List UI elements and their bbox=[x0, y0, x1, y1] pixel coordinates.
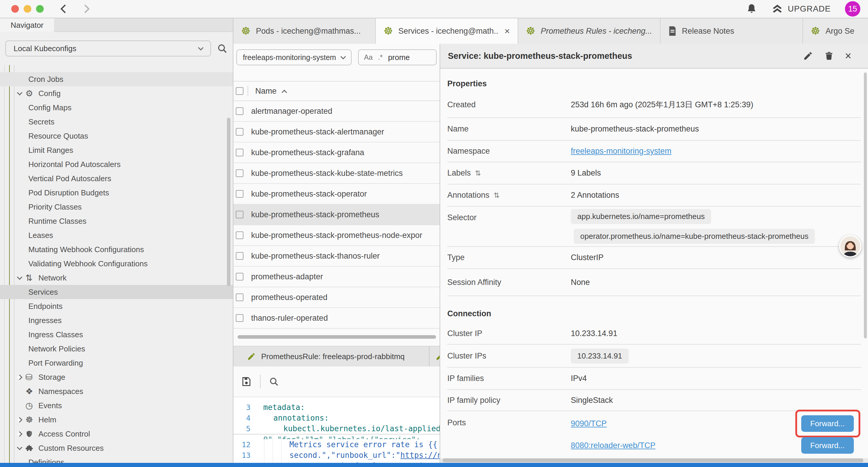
port-link[interactable]: 9090/TCP bbox=[571, 419, 607, 428]
sidebar-item-namespaces[interactable]: ❖Namespaces bbox=[0, 384, 233, 399]
avatar[interactable] bbox=[839, 235, 862, 258]
sidebar-item-resource-quotas[interactable]: Resource Quotas bbox=[0, 129, 233, 143]
chevron-down-icon[interactable] bbox=[13, 276, 25, 280]
delete-trash-icon[interactable] bbox=[824, 51, 834, 61]
tab-pods-icecheng-mathmas[interactable]: ☸Pods - icecheng@mathmas... bbox=[234, 18, 376, 44]
notifications-bell-icon[interactable] bbox=[746, 3, 757, 14]
notification-count-badge[interactable]: 15 bbox=[845, 1, 860, 17]
list-hscrollbar-thumb[interactable] bbox=[238, 335, 436, 339]
sidebar-item-ingresses[interactable]: Ingresses bbox=[0, 313, 233, 327]
sidebar-item-network[interactable]: ⇅Network bbox=[0, 271, 233, 285]
edit-pencil-icon[interactable] bbox=[803, 51, 813, 61]
close-icon[interactable]: × bbox=[845, 50, 851, 61]
sidebar-item-limit-ranges[interactable]: Limit Ranges bbox=[0, 143, 233, 157]
table-row[interactable]: kube-prometheus-stack-operator bbox=[234, 184, 440, 205]
forward-arrow-icon[interactable] bbox=[80, 3, 92, 15]
sidebar-item-storage[interactable]: ⛁Storage bbox=[0, 370, 233, 384]
table-row[interactable]: kube-prometheus-stack-alertmanager bbox=[234, 122, 440, 143]
regex-icon[interactable]: .* bbox=[378, 53, 382, 61]
row-checkbox[interactable] bbox=[236, 273, 243, 281]
sidebar-item-custom-resources[interactable]: Custom Resources bbox=[0, 441, 233, 455]
row-checkbox[interactable] bbox=[236, 107, 243, 115]
sidebar-item-config[interactable]: ⚙Config bbox=[0, 86, 233, 100]
close-window-button[interactable] bbox=[11, 5, 19, 13]
list-search-input[interactable]: Aa .* prome bbox=[358, 49, 437, 65]
sidebar-item-ingress-classes[interactable]: Ingress Classes bbox=[0, 327, 233, 342]
port-link[interactable]: 8080:reloader-web/TCP bbox=[571, 441, 656, 450]
sidebar-scrollbar-thumb[interactable] bbox=[227, 118, 230, 286]
detail-vscrollbar-thumb[interactable] bbox=[864, 72, 867, 339]
sidebar-item-services[interactable]: Services bbox=[0, 285, 233, 299]
sidebar-item-runtime-classes[interactable]: Runtime Classes bbox=[0, 214, 233, 228]
namespace-filter-select[interactable]: freeleaps-monitoring-system bbox=[236, 49, 351, 65]
column-header-name[interactable]: Name bbox=[255, 87, 277, 96]
table-row[interactable]: kube-prometheus-stack-prometheus-node-ex… bbox=[234, 225, 440, 246]
row-checkbox[interactable] bbox=[236, 128, 243, 136]
sidebar-item-config-maps[interactable]: Config Maps bbox=[0, 100, 233, 115]
sidebar-item-validating-webhook-configurations[interactable]: Validating Webhook Configurations bbox=[0, 257, 233, 271]
search-icon[interactable] bbox=[217, 43, 227, 54]
maximize-window-button[interactable] bbox=[36, 5, 44, 13]
tab-navigator[interactable]: Navigator bbox=[0, 18, 54, 32]
sidebar-item-leases[interactable]: Leases bbox=[0, 228, 233, 242]
table-row[interactable]: kube-prometheus-stack-prometheus bbox=[234, 205, 440, 225]
sidebar-item-priority-classes[interactable]: Priority Classes bbox=[0, 200, 233, 214]
yaml-editor[interactable]: 3metadata:4annotations:5kubectl.kubernet… bbox=[234, 397, 440, 463]
row-checkbox[interactable] bbox=[236, 252, 243, 260]
minimize-window-button[interactable] bbox=[24, 5, 31, 13]
table-row[interactable]: prometheus-operated bbox=[234, 287, 440, 308]
kubeconfig-select[interactable]: Local Kubeconfigs bbox=[5, 40, 211, 56]
chevron-right-icon[interactable] bbox=[13, 375, 25, 379]
chevron-down-icon[interactable] bbox=[13, 92, 25, 95]
forward-button[interactable]: Forward... bbox=[801, 437, 854, 454]
sidebar-item-helm[interactable]: ☸Helm bbox=[0, 413, 233, 427]
sort-ascending-icon[interactable] bbox=[282, 90, 287, 95]
sidebar-item-vertical-pod-autoscalers[interactable]: Vertical Pod Autoscalers bbox=[0, 171, 233, 185]
code-link[interactable]: https://net bbox=[400, 451, 440, 460]
sidebar-item-mutating-webhook-configurations[interactable]: Mutating Webhook Configurations bbox=[0, 242, 233, 257]
row-checkbox[interactable] bbox=[236, 293, 243, 301]
sidebar-item-endpoints[interactable]: Endpoints bbox=[0, 299, 233, 313]
sidebar-item-definitions[interactable]: Definitions bbox=[0, 455, 233, 463]
select-all-checkbox[interactable] bbox=[236, 87, 243, 95]
chevron-right-icon[interactable] bbox=[13, 418, 25, 422]
row-checkbox[interactable] bbox=[236, 314, 243, 322]
row-checkbox[interactable] bbox=[236, 169, 243, 177]
close-icon[interactable]: × bbox=[504, 26, 510, 37]
chevron-right-icon[interactable] bbox=[13, 432, 25, 436]
sort-updown-icon[interactable]: ⇅ bbox=[475, 169, 481, 177]
sidebar-item-cron-jobs[interactable]: Cron Jobs bbox=[0, 72, 233, 86]
sidebar-item-access-control[interactable]: Access Control bbox=[0, 427, 233, 441]
table-row[interactable]: kube-prometheus-stack-grafana bbox=[234, 143, 440, 163]
table-row[interactable]: alertmanager-operated bbox=[234, 101, 440, 122]
tab-release-notes[interactable]: Release Notes bbox=[660, 18, 803, 44]
tab-argo-se[interactable]: ☸Argo Se bbox=[803, 18, 868, 44]
row-checkbox[interactable] bbox=[236, 231, 243, 239]
editor-search-icon[interactable] bbox=[269, 377, 279, 387]
editor-tab-partial[interactable] bbox=[430, 346, 440, 367]
table-row[interactable]: kube-prometheus-stack-thanos-ruler bbox=[234, 246, 440, 267]
row-checkbox[interactable] bbox=[236, 190, 243, 198]
save-icon[interactable] bbox=[241, 376, 252, 387]
back-arrow-icon[interactable] bbox=[58, 3, 70, 15]
table-row[interactable]: thanos-ruler-operated bbox=[234, 308, 440, 329]
editor-tab-prometheusrule[interactable]: PrometheusRule: freeleaps-prod-rabbitmq bbox=[234, 346, 430, 367]
sidebar-item-port-forwarding[interactable]: Port Forwarding bbox=[0, 356, 233, 370]
sidebar-item-network-policies[interactable]: Network Policies bbox=[0, 342, 233, 356]
sidebar-item-events[interactable]: ◷Events bbox=[0, 399, 233, 413]
namespace-link[interactable]: freeleaps-monitoring-system bbox=[571, 147, 672, 155]
row-checkbox[interactable] bbox=[236, 149, 243, 156]
detail-hscrollbar-thumb[interactable] bbox=[442, 459, 863, 462]
match-case-icon[interactable]: Aa bbox=[364, 53, 373, 61]
table-row[interactable]: prometheus-adapter bbox=[234, 267, 440, 287]
tab-services-icecheng-math[interactable]: ☸Services - icecheng@math...× bbox=[376, 18, 518, 44]
table-row[interactable]: kube-prometheus-stack-kube-state-metrics bbox=[234, 163, 440, 184]
forward-button[interactable]: Forward... bbox=[801, 415, 854, 432]
sidebar-item-pod-disruption-budgets[interactable]: Pod Disruption Budgets bbox=[0, 185, 233, 200]
sort-updown-icon[interactable]: ⇅ bbox=[494, 191, 500, 200]
sidebar-item-horizontal-pod-autoscalers[interactable]: Horizontal Pod Autoscalers bbox=[0, 157, 233, 171]
row-checkbox[interactable] bbox=[236, 211, 243, 218]
tab-prometheus-rules-icecheng[interactable]: ☸Prometheus Rules - icecheng... bbox=[518, 18, 660, 44]
chevron-down-icon[interactable] bbox=[13, 446, 25, 450]
upgrade-button[interactable]: UPGRADE bbox=[771, 3, 831, 15]
